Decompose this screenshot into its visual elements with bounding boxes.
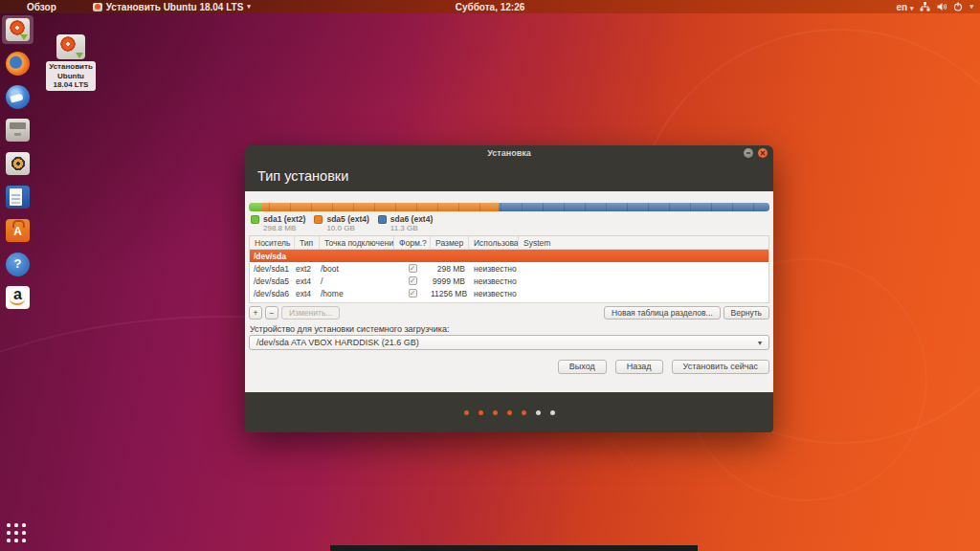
page-dot bbox=[507, 410, 512, 415]
bootloader-device-label: Устройство для установки системного загр… bbox=[250, 324, 449, 334]
chevron-down-icon: ▾ bbox=[758, 339, 762, 347]
add-partition-button[interactable]: + bbox=[249, 306, 262, 320]
rhythmbox-icon bbox=[6, 152, 30, 175]
cell-used: неизвестно bbox=[469, 276, 519, 286]
cell-device: /dev/sda5 bbox=[250, 276, 295, 286]
table-body: /dev/sda/dev/sda1ext2/boot298 MBнеизвест… bbox=[250, 250, 768, 299]
revert-button[interactable]: Вернуть bbox=[724, 306, 769, 320]
activities-button[interactable]: Обзор bbox=[27, 2, 56, 12]
app-menu[interactable]: Установить Ubuntu 18.04 LTS ▾ bbox=[93, 2, 251, 12]
cell-format bbox=[394, 289, 431, 298]
column-header-0[interactable]: Носитель bbox=[250, 236, 295, 249]
dock-item-ubuntu-installer[interactable] bbox=[2, 15, 33, 44]
table-header-row: НосительТипТочка подключенияФорм.?Размер… bbox=[250, 236, 768, 250]
dock-item-firefox[interactable] bbox=[2, 49, 33, 77]
page-dot bbox=[464, 410, 469, 415]
install-now-button[interactable]: Установить сейчас bbox=[672, 360, 769, 374]
legend-swatch bbox=[251, 215, 259, 224]
format-checkbox[interactable] bbox=[409, 264, 417, 273]
window-controls bbox=[744, 148, 768, 158]
format-checkbox[interactable] bbox=[409, 276, 417, 285]
desktop-icon-installer[interactable]: Установить Ubuntu 18.04 LTS bbox=[46, 34, 96, 91]
column-header-5[interactable]: Использовано bbox=[469, 236, 519, 249]
legend-size: 298.8 MB bbox=[263, 224, 305, 233]
legend-text: sda6 (ext4)11.3 GB bbox=[390, 214, 433, 233]
app-menu-label: Установить Ubuntu 18.04 LTS bbox=[106, 2, 244, 12]
network-icon[interactable] bbox=[920, 2, 930, 11]
dock-item-ubuntu-software[interactable] bbox=[2, 216, 33, 245]
new-partition-table-button[interactable]: Новая таблица разделов... bbox=[604, 306, 721, 320]
quit-button[interactable]: Выход bbox=[558, 360, 607, 374]
chevron-down-icon: ▾ bbox=[247, 3, 251, 11]
dock-item-libreoffice-writer[interactable] bbox=[2, 183, 33, 211]
legend-size: 11.3 GB bbox=[390, 224, 433, 233]
back-button[interactable]: Назад bbox=[615, 360, 663, 374]
legend-label: sda6 (ext4) bbox=[390, 214, 433, 224]
firefox-icon bbox=[6, 52, 30, 76]
chevron-down-icon[interactable]: ▾ bbox=[969, 3, 973, 11]
window-titlebar[interactable]: Установка bbox=[245, 145, 773, 160]
dock-item-thunderbird[interactable] bbox=[2, 82, 33, 111]
column-header-4[interactable]: Размер bbox=[431, 236, 469, 249]
legend-label: sda1 (ext2) bbox=[263, 214, 305, 224]
desktop-icon-label: Установить Ubuntu 18.04 LTS bbox=[46, 61, 96, 91]
table-row[interactable]: /dev/sda bbox=[250, 250, 768, 262]
cell-device: /dev/sda bbox=[250, 252, 295, 261]
format-checkbox[interactable] bbox=[409, 289, 417, 298]
column-header-3[interactable]: Форм.? bbox=[394, 236, 431, 249]
dock-item-files[interactable] bbox=[2, 116, 33, 144]
partition-legend: sda1 (ext2)298.8 MBsda5 (ext4)10.0 GBsda… bbox=[251, 214, 433, 233]
legend-swatch bbox=[314, 215, 323, 224]
amazon-icon bbox=[6, 286, 30, 309]
page-dot bbox=[479, 410, 483, 415]
legend-text: sda5 (ext4)10.0 GB bbox=[326, 214, 368, 233]
legend-item-0: sda1 (ext2)298.8 MB bbox=[251, 214, 305, 233]
dock-item-amazon[interactable] bbox=[2, 283, 33, 312]
bootloader-device-select[interactable]: /dev/sda ATA VBOX HARDDISK (21.6 GB) ▾ bbox=[249, 335, 769, 350]
column-header-2[interactable]: Точка подключения bbox=[320, 236, 394, 249]
cell-mount-point: /home bbox=[320, 289, 394, 298]
legend-item-1: sda5 (ext4)10.0 GB bbox=[314, 214, 368, 233]
libreoffice-writer-icon bbox=[6, 186, 30, 209]
partition-segment-sda5 bbox=[261, 203, 499, 211]
page-dot bbox=[522, 410, 526, 415]
table-row[interactable]: /dev/sda6ext4/home11256 MBнеизвестно bbox=[250, 287, 768, 299]
clock-label[interactable]: Суббота, 12:26 bbox=[456, 2, 525, 12]
show-applications-button[interactable] bbox=[6, 522, 27, 543]
dock-item-help[interactable] bbox=[2, 250, 33, 278]
bottom-dock-strip bbox=[330, 545, 698, 551]
power-icon[interactable] bbox=[953, 2, 963, 11]
partition-overview-bar bbox=[249, 203, 769, 211]
system-indicators: en ▾ ▾ bbox=[897, 2, 973, 12]
minimize-button[interactable] bbox=[744, 148, 753, 158]
cell-mount-point: / bbox=[320, 276, 394, 286]
column-header-6[interactable]: System bbox=[519, 236, 768, 249]
cell-type: ext4 bbox=[295, 289, 320, 298]
cell-format bbox=[394, 276, 431, 285]
top-bar: Обзор Установить Ubuntu 18.04 LTS ▾ Субб… bbox=[0, 0, 980, 13]
column-header-1[interactable]: Тип bbox=[295, 236, 320, 249]
table-row[interactable]: /dev/sda5ext4/9999 MBнеизвестно bbox=[250, 275, 768, 287]
keyboard-layout-indicator[interactable]: en ▾ bbox=[897, 2, 914, 12]
page-dot bbox=[536, 410, 541, 415]
legend-label: sda5 (ext4) bbox=[326, 214, 368, 224]
legend-swatch bbox=[378, 215, 387, 224]
page-dot bbox=[493, 410, 498, 415]
page-title: Тип установки bbox=[257, 168, 348, 184]
files-icon bbox=[6, 119, 30, 142]
wizard-progress-dots bbox=[245, 392, 773, 432]
volume-icon[interactable] bbox=[937, 2, 947, 11]
remove-partition-button[interactable]: − bbox=[265, 306, 278, 320]
ubuntu-software-icon bbox=[6, 219, 30, 242]
installer-app-icon bbox=[93, 3, 102, 11]
window-title: Установка bbox=[487, 148, 530, 158]
close-button[interactable] bbox=[758, 148, 768, 158]
page-dot bbox=[550, 410, 555, 415]
cell-used: неизвестно bbox=[469, 289, 519, 298]
table-row[interactable]: /dev/sda1ext2/boot298 MBнеизвестно bbox=[250, 262, 768, 275]
dock-item-rhythmbox[interactable] bbox=[2, 149, 33, 178]
window-body: sda1 (ext2)298.8 MBsda5 (ext4)10.0 GBsda… bbox=[245, 191, 773, 392]
cell-size: 9999 MB bbox=[431, 276, 469, 286]
legend-item-2: sda6 (ext4)11.3 GB bbox=[378, 214, 433, 233]
change-partition-button[interactable]: Изменить... bbox=[281, 306, 340, 320]
